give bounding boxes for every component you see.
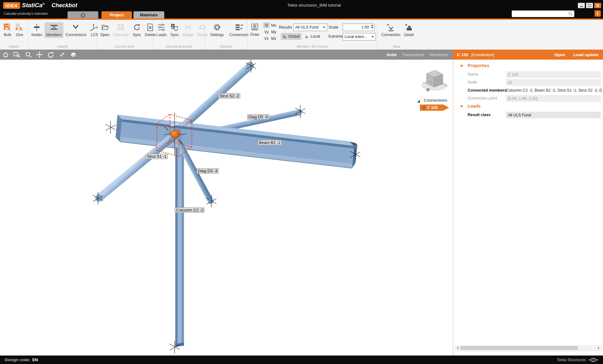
member-beam-b2[interactable]: [116, 115, 357, 168]
extreme-label: Extreme: [329, 34, 343, 39]
result-class-field[interactable]: All ULS Fund: [506, 112, 601, 118]
scroll-left-icon: [457, 347, 459, 349]
rotate-icon: [47, 51, 54, 58]
tree-item-c125[interactable]: C 125: [420, 104, 449, 111]
search-box: [512, 10, 574, 17]
results-dropdown[interactable]: All ULS Fund: [293, 24, 327, 31]
group-label-current-item: Current item: [97, 45, 153, 48]
open-button[interactable]: Open: [99, 22, 111, 38]
label-diag-d5[interactable]: Diag D5 -5: [247, 114, 269, 120]
connection-point-field: [0.00; 1.40; 2.20]: [506, 95, 601, 102]
checkbot-window: IDEA StatiCa® Checkbot Calculate yesterd…: [0, 0, 603, 364]
scale-spinner[interactable]: [371, 24, 373, 29]
zoom-fit-button[interactable]: [57, 50, 68, 60]
mode-solid[interactable]: Solid: [387, 52, 397, 57]
model-viewport[interactable]: Strut S2 -2 Diag D5 -5 Beam B2 -2 Strut …: [0, 60, 453, 356]
tree-expander-icon[interactable]: [417, 100, 420, 103]
svg-text:z: z: [437, 72, 439, 75]
toggle-my[interactable]: My: [270, 29, 277, 35]
extreme-dropdown[interactable]: Local extre...: [343, 33, 376, 40]
label-strut-s2[interactable]: Strut S2 -2: [218, 93, 240, 99]
tab-project[interactable]: Project: [101, 11, 132, 19]
search-icon[interactable]: [568, 11, 573, 16]
node-label: Node: [468, 80, 477, 84]
ribbon-group-options: Settings Conversion Options: [205, 20, 247, 50]
view-cube[interactable]: -Y z: [420, 67, 449, 94]
open-connection-button[interactable]: Open: [554, 52, 565, 57]
scrollbar-thumb[interactable]: [460, 346, 578, 350]
toggle-n[interactable]: N: [263, 22, 270, 28]
search-input[interactable]: [512, 12, 568, 16]
connection-name: C 125: [457, 52, 468, 57]
scale-input[interactable]: 1.00: [343, 24, 374, 31]
settings-button[interactable]: Settings: [209, 22, 225, 38]
collapse-loads-icon[interactable]: [460, 105, 463, 108]
toggle-mz[interactable]: Mz: [270, 35, 277, 41]
tree-connections[interactable]: Connections: [424, 98, 447, 103]
mode-transparent[interactable]: Transparent: [402, 52, 424, 57]
loads-button[interactable]: Loads: [155, 22, 168, 38]
label-strut-s1[interactable]: Strut S1 -1: [146, 154, 168, 159]
draw-forces-icon: [251, 23, 259, 31]
new-detail-button[interactable]: Detail: [403, 22, 416, 38]
toggle-mx[interactable]: Mx: [270, 22, 277, 28]
tab-materials[interactable]: Materials: [133, 11, 164, 19]
panel-horizontal-scrollbar[interactable]: [455, 345, 601, 351]
new-connection-icon: [387, 23, 395, 31]
label-beam-b2[interactable]: Beam B2 -2: [258, 140, 282, 145]
loads-section-header[interactable]: Loads: [468, 104, 481, 109]
scroll-right-icon: [598, 347, 600, 349]
sync-icon: [133, 23, 141, 31]
scroll-left-button[interactable]: [455, 346, 460, 350]
result-class-label: Result class: [468, 113, 491, 117]
home-icon: [2, 51, 9, 58]
loads-sliders-icon: [157, 23, 166, 31]
pan-button[interactable]: [34, 50, 45, 60]
sync-current-button[interactable]: Sync: [131, 22, 143, 38]
solid-view-button[interactable]: [68, 50, 79, 60]
load-update-button[interactable]: Load update: [573, 52, 599, 57]
group-label-options: Options: [205, 45, 247, 48]
one-button[interactable]: One: [14, 22, 25, 38]
connected-members-label: Connected members: [468, 88, 507, 93]
label-diag-d3[interactable]: Diag D3 -3: [197, 168, 219, 174]
rotate-button[interactable]: [45, 50, 57, 60]
nodes-icon: [33, 23, 41, 31]
new-detail-icon: [405, 23, 413, 31]
toggle-vz[interactable]: Vz: [263, 35, 270, 41]
members-button[interactable]: Members: [45, 22, 63, 38]
nodes-button[interactable]: Nodes: [30, 22, 44, 38]
properties-section-header[interactable]: Properties: [468, 63, 489, 68]
collapse-properties-icon[interactable]: [460, 65, 463, 67]
tab-home[interactable]: [68, 11, 98, 19]
close-button[interactable]: [594, 3, 601, 8]
mode-wireframe[interactable]: Wireframe: [430, 52, 448, 57]
structural-model-canvas[interactable]: [0, 60, 453, 356]
connections-button[interactable]: Connections: [64, 22, 88, 38]
properties-panel: Properties Name C 125 Node 42 Connected …: [453, 60, 603, 356]
connection-point-label: Connection point: [468, 96, 497, 100]
member-column-c2[interactable]: [175, 147, 184, 347]
pan-arrows-icon: [36, 51, 43, 58]
home-view-button[interactable]: [0, 50, 11, 60]
draw-button[interactable]: Draw: [249, 22, 261, 38]
zoom-button[interactable]: [23, 50, 34, 60]
maximize-button[interactable]: [586, 3, 593, 8]
global-toggle[interactable]: Global: [281, 33, 302, 40]
label-column-c2[interactable]: Coloumn C2 -2: [175, 207, 204, 213]
zoom-window-button[interactable]: [11, 50, 23, 60]
plugin-name: Tekla Structures: [557, 357, 586, 362]
toggle-vy[interactable]: Vy: [263, 29, 270, 35]
bulk-button[interactable]: Bulk: [2, 22, 13, 38]
scroll-right-button[interactable]: [596, 346, 601, 350]
info-button[interactable]: [595, 10, 601, 17]
sync-structural-button[interactable]: Sync: [169, 22, 181, 38]
open-folder-icon: [101, 23, 109, 31]
new-connection-button[interactable]: Connection: [380, 22, 402, 38]
app-logo: IDEA StatiCa® Checkbot: [3, 2, 77, 9]
info-icon: [597, 12, 599, 15]
minimize-button[interactable]: [578, 3, 585, 8]
close-icon: [596, 4, 599, 7]
local-toggle[interactable]: Local: [303, 33, 322, 40]
conversion-button[interactable]: Conversion: [228, 22, 250, 38]
